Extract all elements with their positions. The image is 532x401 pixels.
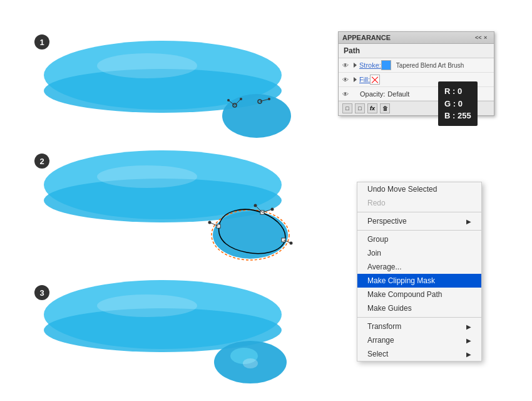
rgb-tooltip: R : 0 G : 0 B : 255 bbox=[438, 81, 478, 126]
menu-item-transform[interactable]: Transform ▶ bbox=[357, 320, 481, 333]
step-3-lens bbox=[38, 269, 338, 385]
step-2-lens bbox=[38, 138, 338, 269]
svg-point-10 bbox=[268, 98, 270, 100]
context-menu: Undo Move Selected Redo Perspective ▶ Gr… bbox=[357, 182, 482, 362]
brush-name: Tapered Blend Art Brush bbox=[396, 62, 464, 69]
arrow-icon-perspective: ▶ bbox=[466, 218, 471, 225]
close-button[interactable]: × bbox=[484, 34, 490, 41]
svg-point-14 bbox=[213, 211, 288, 259]
trash-icon[interactable]: 🗑 bbox=[380, 103, 390, 113]
arrow-icon-arrange: ▶ bbox=[466, 337, 471, 344]
menu-item-make-compound-path[interactable]: Make Compound Path bbox=[357, 288, 481, 301]
g-value: G : 0 bbox=[444, 98, 471, 110]
square-icon-1[interactable]: □ bbox=[342, 103, 352, 113]
menu-separator-3 bbox=[357, 317, 481, 318]
menu-item-redo: Redo bbox=[357, 196, 481, 210]
svg-point-5 bbox=[240, 98, 242, 100]
appearance-titlebar: APPEARANCE << × bbox=[339, 32, 494, 44]
menu-item-make-clipping-mask[interactable]: Make Clipping Mask bbox=[357, 274, 481, 288]
svg-point-22 bbox=[271, 208, 274, 211]
opacity-label: Opacity: bbox=[360, 90, 385, 98]
b-value: B : 255 bbox=[444, 110, 471, 122]
svg-point-20 bbox=[208, 221, 212, 224]
menu-item-undo[interactable]: Undo Move Selected bbox=[357, 182, 481, 196]
fill-color-swatch[interactable] bbox=[370, 75, 380, 85]
menu-item-select[interactable]: Select ▶ bbox=[357, 347, 481, 361]
arrow-icon-select: ▶ bbox=[466, 351, 471, 358]
svg-point-7 bbox=[227, 99, 230, 102]
stroke-row: 👁 Stroke: Tapered Blend Art Brush bbox=[339, 58, 494, 73]
square-icon-2[interactable]: □ bbox=[355, 103, 365, 113]
menu-item-average[interactable]: Average... bbox=[357, 260, 481, 274]
menu-item-perspective[interactable]: Perspective ▶ bbox=[357, 214, 481, 228]
svg-point-26 bbox=[290, 242, 293, 245]
appearance-path-row: Path bbox=[339, 44, 494, 58]
menu-separator-1 bbox=[357, 212, 481, 212]
menu-item-make-guides[interactable]: Make Guides bbox=[357, 301, 481, 315]
visibility-eye-fill[interactable]: 👁 bbox=[342, 76, 351, 83]
svg-point-24 bbox=[254, 204, 257, 207]
step-1-lens bbox=[38, 19, 325, 144]
stroke-label[interactable]: Stroke: bbox=[359, 61, 381, 69]
menu-item-join[interactable]: Join bbox=[357, 246, 481, 260]
svg-point-11 bbox=[97, 53, 197, 78]
menu-item-group[interactable]: Group bbox=[357, 232, 481, 246]
arrow-icon-transform: ▶ bbox=[466, 323, 471, 330]
svg-point-2 bbox=[222, 94, 291, 138]
r-value: R : 0 bbox=[444, 85, 471, 98]
svg-point-27 bbox=[97, 165, 197, 188]
menu-separator-2 bbox=[357, 230, 481, 231]
collapse-button[interactable]: << bbox=[475, 34, 481, 41]
opacity-value: Default bbox=[387, 90, 409, 98]
svg-point-32 bbox=[243, 358, 258, 368]
visibility-eye-opacity[interactable]: 👁 bbox=[342, 91, 351, 97]
visibility-eye-stroke[interactable]: 👁 bbox=[342, 62, 351, 68]
menu-item-arrange[interactable]: Arrange ▶ bbox=[357, 333, 481, 347]
appearance-title: APPEARANCE bbox=[342, 34, 391, 41]
stroke-color-swatch[interactable] bbox=[381, 60, 391, 70]
fx-button[interactable]: fx bbox=[367, 103, 377, 113]
fill-label[interactable]: Fill: bbox=[359, 76, 370, 83]
svg-point-33 bbox=[97, 294, 197, 317]
